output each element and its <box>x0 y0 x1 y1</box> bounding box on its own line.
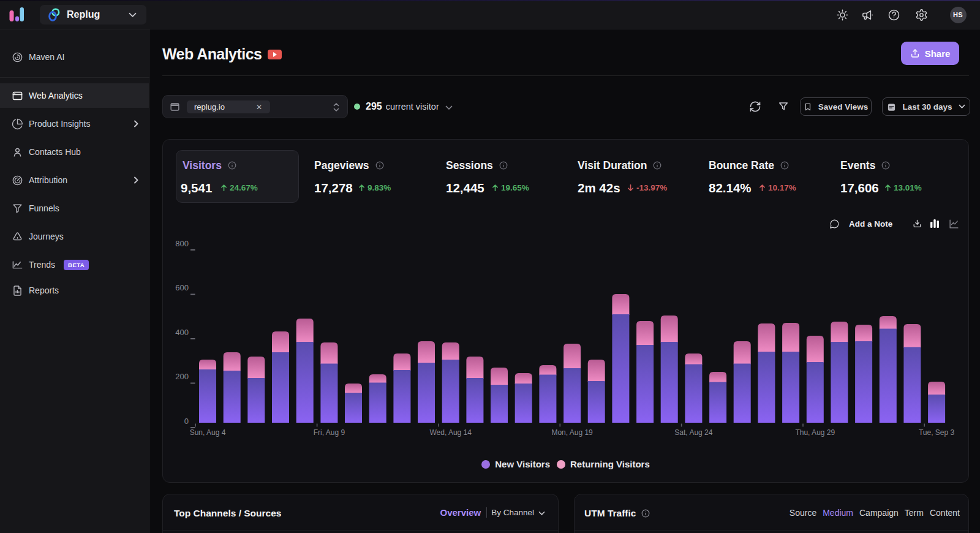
svg-text:600: 600 <box>175 283 189 292</box>
svg-text:Thu, Aug 29: Thu, Aug 29 <box>795 428 835 437</box>
svg-text:0: 0 <box>184 417 189 426</box>
svg-text:200: 200 <box>175 372 189 381</box>
svg-text:Mon, Aug 19: Mon, Aug 19 <box>551 428 593 437</box>
svg-text:Wed, Aug 14: Wed, Aug 14 <box>429 428 472 437</box>
svg-text:Sat, Aug 24: Sat, Aug 24 <box>674 428 712 437</box>
svg-text:400: 400 <box>175 328 189 337</box>
svg-text:Tue, Sep 3: Tue, Sep 3 <box>919 428 955 437</box>
svg-text:Fri, Aug 9: Fri, Aug 9 <box>314 428 345 437</box>
svg-text:Sun, Aug 4: Sun, Aug 4 <box>190 428 226 437</box>
svg-text:800: 800 <box>175 239 189 248</box>
